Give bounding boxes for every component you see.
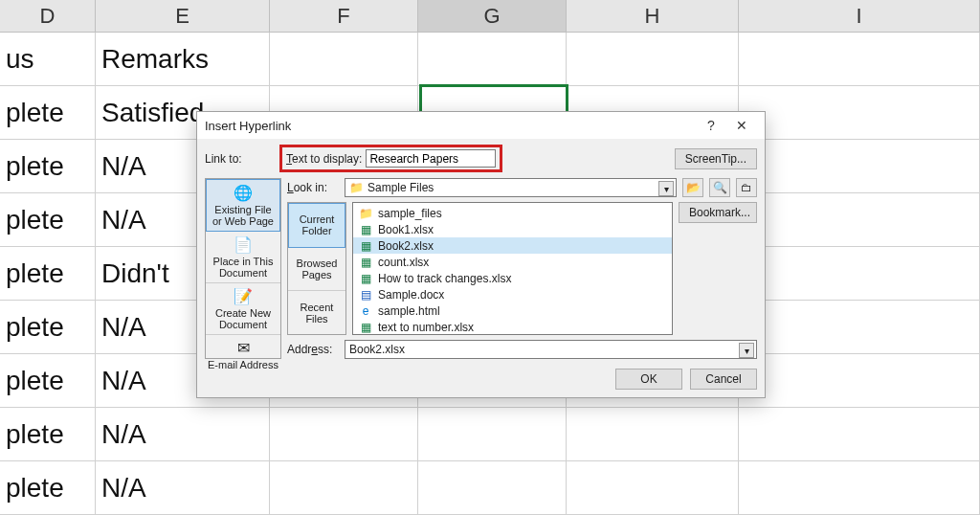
bookmark-button[interactable]: Bookmark... xyxy=(679,202,757,223)
cell[interactable] xyxy=(567,408,739,460)
browse-web-button[interactable]: 🔍 xyxy=(709,178,730,197)
address-label: Address: xyxy=(287,343,339,356)
file-icon: e xyxy=(359,304,372,318)
column-header-E[interactable]: E xyxy=(96,0,270,32)
text-to-display-highlight: Text to display: xyxy=(279,145,502,172)
file-name: sample_files xyxy=(378,207,442,220)
close-button[interactable]: ✕ xyxy=(726,114,757,137)
folder-icon: 📁 xyxy=(349,181,364,194)
table-row: pleteN/A xyxy=(0,408,980,461)
chevron-down-icon[interactable]: ▾ xyxy=(739,343,754,358)
cell[interactable]: us xyxy=(0,33,96,85)
link-to-option[interactable]: 📝Create New Document xyxy=(206,283,280,335)
browse-file-button[interactable]: 🗀 xyxy=(736,178,757,197)
address-value: Book2.xlsx xyxy=(349,343,405,356)
link-to-label: Link to: xyxy=(205,152,274,166)
cell[interactable]: plete xyxy=(0,408,96,460)
cell[interactable]: N/A xyxy=(96,408,270,460)
chevron-down-icon[interactable]: ▾ xyxy=(658,181,674,196)
browse-tabs: Current FolderBrowsed PagesRecent Files xyxy=(287,202,346,335)
file-icon: ▦ xyxy=(359,321,372,334)
cell[interactable] xyxy=(739,140,980,192)
file-name: Book2.xlsx xyxy=(378,239,434,253)
file-name: Book1.xlsx xyxy=(378,223,434,236)
look-in-value: Sample Files xyxy=(368,181,434,194)
column-header-F[interactable]: F xyxy=(270,0,418,32)
file-item[interactable]: ▤Sample.docx xyxy=(353,286,672,302)
cell[interactable] xyxy=(739,354,980,407)
file-item[interactable]: esample.html xyxy=(353,302,672,319)
link-to-icon: 📄 xyxy=(234,235,253,254)
link-to-icon: 📝 xyxy=(234,287,253,305)
file-name: text to number.xlsx xyxy=(378,321,474,334)
text-to-display-label: Text to display: xyxy=(286,152,362,166)
file-name: Sample.docx xyxy=(378,288,444,302)
column-header-I[interactable]: I xyxy=(739,0,980,32)
file-icon: ▤ xyxy=(359,288,372,302)
address-input[interactable]: Book2.xlsx ▾ xyxy=(345,340,757,359)
up-one-level-button[interactable]: 📂 xyxy=(682,178,703,197)
file-item[interactable]: ▦text to number.xlsx xyxy=(353,319,672,335)
table-row: pleteN/A xyxy=(0,461,980,515)
link-to-sidebar: 🌐Existing File or Web Page📄Place in This… xyxy=(205,178,281,359)
file-name: How to track changes.xlsx xyxy=(378,272,511,285)
link-to-label-text: Place in This Document xyxy=(208,256,278,279)
cell[interactable] xyxy=(739,193,980,246)
link-to-option[interactable]: 🌐Existing File or Web Page xyxy=(206,179,280,232)
screentip-button[interactable]: ScreenTip... xyxy=(675,148,757,169)
file-item[interactable]: ▦Book1.xlsx xyxy=(353,221,672,237)
cell[interactable]: plete xyxy=(0,86,96,139)
cell[interactable] xyxy=(270,33,418,85)
file-item[interactable]: ▦count.xlsx xyxy=(353,254,672,270)
file-name: count.xlsx xyxy=(378,256,429,269)
look-in-select[interactable]: 📁 Sample Files ▾ xyxy=(345,178,677,197)
cell[interactable] xyxy=(739,247,980,300)
file-name: sample.html xyxy=(378,304,440,318)
cell[interactable]: plete xyxy=(0,301,96,353)
dialog-title: Insert Hyperlink xyxy=(205,119,696,133)
cell[interactable]: plete xyxy=(0,354,96,407)
file-list[interactable]: 📁sample_files▦Book1.xlsx▦Book2.xlsx▦coun… xyxy=(352,202,673,335)
table-row: usRemarks xyxy=(0,33,980,86)
text-to-display-input[interactable] xyxy=(366,149,496,168)
browse-tab[interactable]: Current Folder xyxy=(288,203,345,248)
column-header-H[interactable]: H xyxy=(567,0,739,32)
cancel-button[interactable]: Cancel xyxy=(690,369,757,390)
file-item[interactable]: ▦How to track changes.xlsx xyxy=(353,270,672,286)
cell[interactable] xyxy=(567,461,739,514)
cell[interactable] xyxy=(739,86,980,139)
cell[interactable]: N/A xyxy=(96,461,270,514)
cell[interactable] xyxy=(418,33,567,85)
file-icon: 📁 xyxy=(359,207,372,220)
file-icon: ▦ xyxy=(359,256,372,269)
column-header-D[interactable]: D xyxy=(0,0,96,32)
cell[interactable]: plete xyxy=(0,247,96,300)
cell[interactable] xyxy=(270,408,418,460)
cell[interactable] xyxy=(418,461,567,514)
file-icon: ▦ xyxy=(359,223,372,236)
cell[interactable] xyxy=(567,33,739,85)
cell[interactable] xyxy=(270,461,418,514)
cell[interactable] xyxy=(739,408,980,460)
file-item[interactable]: ▦Book2.xlsx xyxy=(353,237,672,254)
browse-tab[interactable]: Recent Files xyxy=(288,291,345,334)
browse-tab[interactable]: Browsed Pages xyxy=(288,248,345,292)
file-icon: ▦ xyxy=(359,272,372,285)
help-button[interactable]: ? xyxy=(696,114,726,137)
column-header-G[interactable]: G xyxy=(418,0,567,32)
cell[interactable] xyxy=(418,408,567,460)
cell[interactable]: Remarks xyxy=(96,33,270,85)
cell[interactable] xyxy=(739,461,980,514)
cell[interactable]: plete xyxy=(0,193,96,246)
cell[interactable]: plete xyxy=(0,461,96,514)
link-to-option[interactable]: 📄Place in This Document xyxy=(206,232,280,283)
link-to-icon: 🌐 xyxy=(234,184,253,202)
file-icon: ▦ xyxy=(359,239,372,253)
cell[interactable] xyxy=(739,301,980,353)
file-item[interactable]: 📁sample_files xyxy=(353,205,672,221)
ok-button[interactable]: OK xyxy=(615,369,682,390)
column-headers: DEFGHI xyxy=(0,0,980,33)
cell[interactable]: plete xyxy=(0,140,96,192)
cell[interactable] xyxy=(739,33,980,85)
insert-hyperlink-dialog: Insert Hyperlink ? ✕ Link to: Text to di… xyxy=(196,111,766,398)
